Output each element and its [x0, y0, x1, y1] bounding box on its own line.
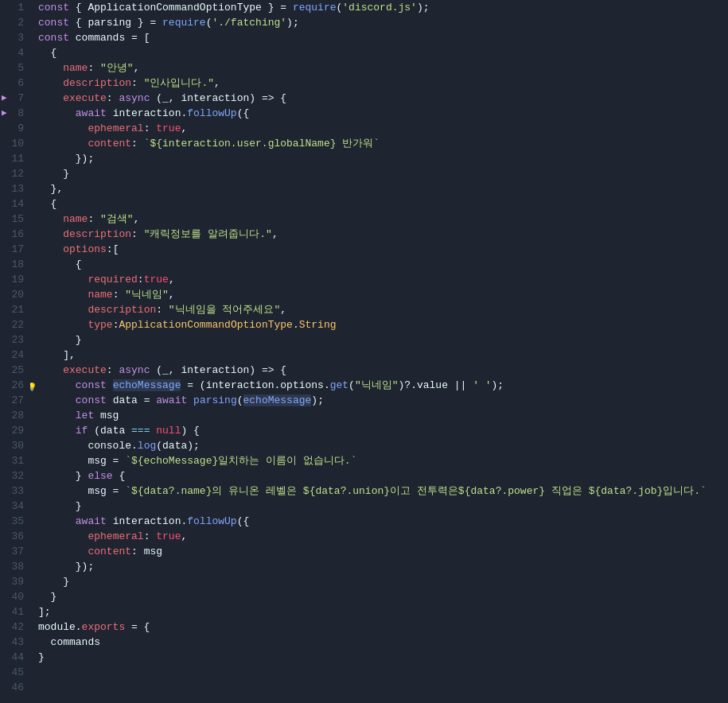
line-number: 40 — [5, 589, 24, 604]
token: (_, interaction) => { — [150, 364, 286, 376]
token — [38, 243, 63, 255]
line-number: 11 — [5, 151, 24, 166]
token: log — [138, 440, 156, 452]
token: : — [107, 92, 119, 104]
line-number: 6 — [5, 76, 24, 91]
token: ({ — [237, 107, 250, 119]
token: msg = — [38, 455, 125, 467]
token: execute — [63, 92, 107, 104]
token: interaction. — [107, 107, 187, 119]
line-number: 18 — [5, 257, 24, 272]
line-number: 14 — [5, 196, 24, 212]
token: ephemeral — [88, 122, 143, 134]
token — [38, 92, 63, 104]
line-number: 38 — [5, 559, 24, 574]
code-line: ephemeral: true, — [33, 529, 728, 544]
token: module. — [38, 621, 82, 633]
line-number: 1 — [5, 0, 24, 15]
token: : — [88, 62, 100, 74]
code-line: } else { — [33, 468, 728, 484]
code-line: } — [33, 650, 728, 665]
token: , — [169, 274, 175, 285]
token: followUp — [187, 107, 236, 119]
line-number: 2 — [5, 15, 24, 30]
token: interaction. — [107, 515, 187, 527]
code-line: execute: async (_, interaction) => { — [33, 91, 728, 106]
code-line: ], — [33, 348, 728, 363]
token: const — [38, 17, 69, 29]
token: { — [38, 198, 56, 210]
token — [38, 138, 88, 150]
token: const — [38, 32, 69, 44]
code-line: module.exports = { — [33, 619, 728, 635]
line-number: 16 — [5, 227, 24, 242]
code-line: msg = `${data?.name}의 유니온 레벨은 ${data?.un… — [33, 484, 728, 499]
token: , — [134, 62, 140, 74]
token — [38, 364, 63, 376]
token: { — [38, 47, 56, 59]
token: { ApplicationCommandOptionType } = — [69, 2, 293, 14]
line-number: 45 — [5, 665, 24, 680]
code-line: const commands = [ — [33, 30, 728, 45]
token: if — [76, 425, 88, 437]
line-number: 28 — [5, 408, 24, 423]
token: await — [76, 515, 107, 527]
token — [38, 394, 76, 406]
token: const — [76, 394, 107, 406]
code-line: msg = `${echoMessage}일치하는 이름이 없습니다.` — [33, 453, 728, 468]
line-number: 29 — [5, 423, 24, 438]
token — [38, 77, 63, 89]
code-line: options:[ — [33, 242, 728, 257]
token: : — [131, 77, 144, 89]
token: name — [63, 62, 88, 74]
code-line: await interaction.followUp({ — [33, 106, 728, 121]
token: } — [38, 500, 82, 512]
token — [38, 228, 63, 240]
token: exports — [82, 621, 126, 633]
code-line: content: `${interaction.user.globalName}… — [33, 136, 728, 151]
token: , — [214, 77, 220, 89]
line-number: 10 — [5, 136, 24, 151]
line-number: 26 — [5, 378, 24, 393]
line-number: 12 — [5, 166, 24, 181]
token: name — [63, 213, 88, 225]
token: ], — [38, 349, 76, 361]
token: : — [144, 530, 157, 542]
token: ApplicationCommandOptionType — [119, 319, 292, 331]
token: "인사입니다." — [144, 77, 214, 89]
token — [38, 546, 88, 557]
line-number: 27 — [5, 393, 24, 408]
code-content: const { ApplicationCommandOptionType } =… — [30, 0, 728, 703]
token: { parsing } = — [69, 17, 162, 29]
token: : — [138, 274, 144, 285]
token: description — [63, 77, 131, 89]
code-line: let msg — [33, 408, 728, 423]
token: console. — [38, 440, 138, 452]
line-number: 23 — [5, 332, 24, 348]
token — [38, 410, 76, 421]
line-number: 33 — [5, 484, 24, 499]
code-line: await interaction.followUp({ — [33, 514, 728, 529]
line-numbers: 123456▶7▶8910111213141516171819202122232… — [0, 0, 30, 703]
code-line: const { parsing } = require('./fatching'… — [33, 15, 728, 30]
token — [38, 274, 88, 285]
code-line: } — [33, 332, 728, 348]
token: description — [88, 304, 156, 316]
token: required — [88, 274, 137, 285]
token — [38, 319, 88, 331]
token: name — [88, 289, 112, 301]
token: description — [63, 228, 131, 240]
token: (data); — [156, 440, 200, 452]
token: = { — [125, 621, 150, 633]
code-line: name: "닉네임", — [33, 287, 728, 302]
token: === — [131, 425, 150, 437]
token — [187, 394, 193, 406]
token — [38, 425, 76, 437]
code-line: ]; — [33, 604, 728, 619]
token: `${interaction.user.globalName} 반가워` — [144, 138, 380, 150]
token: await — [76, 107, 107, 119]
token: (_, interaction) => { — [150, 92, 286, 104]
line-number: 20 — [5, 287, 24, 302]
token: let — [76, 410, 94, 421]
line-number: 42 — [5, 619, 24, 635]
